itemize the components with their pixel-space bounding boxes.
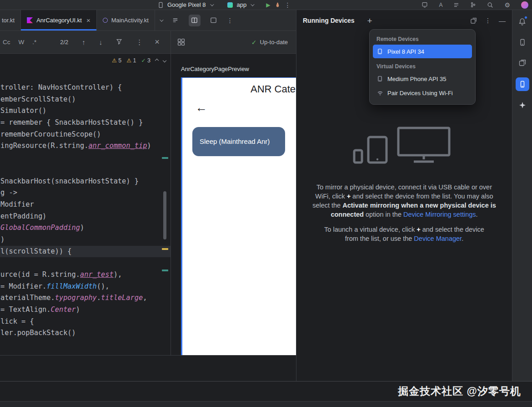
run-button[interactable]: ▶: [266, 2, 270, 8]
regex-toggle[interactable]: .*: [32, 39, 36, 46]
run-config-selector[interactable]: app: [237, 1, 247, 8]
vcs-branch-icon[interactable]: [470, 2, 476, 8]
preview-toolbar: ✓ Up-to-date: [171, 31, 296, 54]
stripe-mark[interactable]: [162, 248, 168, 250]
code-line[interactable]: rememberCoroutineScope(): [0, 129, 171, 141]
running-devices-tool-icon[interactable]: [516, 77, 529, 91]
sleep-anr-button[interactable]: Sleep (Mainthread Anr): [192, 127, 285, 156]
warning-group[interactable]: ⚠ 5: [112, 57, 121, 64]
debug-bug-icon[interactable]: [275, 2, 281, 8]
code-line[interactable]: = remember { SnackbarHostState() }: [0, 117, 171, 129]
back-arrow-icon[interactable]: ←: [196, 102, 207, 113]
stripe-mark[interactable]: [162, 270, 168, 271]
tab-mainactivity[interactable]: MainActivity.kt: [97, 10, 155, 31]
code-line[interactable]: Simulator(): [0, 105, 171, 117]
find-more-icon[interactable]: ⋮: [136, 39, 143, 46]
match-case-toggle[interactable]: Cc: [3, 39, 10, 46]
stripe-mark[interactable]: [162, 157, 168, 159]
tab-anrcategoryui[interactable]: AnrCategoryUI.kt ×: [21, 10, 96, 31]
status-strip: 掘金技术社区 @汐零号机: [0, 381, 532, 401]
code-line[interactable]: ): [0, 234, 171, 246]
device-manager-icon[interactable]: [516, 56, 529, 70]
code-line[interactable]: ingResource(R.string.anr_common_tip): [0, 140, 171, 152]
build-status: ✓ Up-to-date: [251, 39, 288, 46]
prev-match-icon[interactable]: ↑: [82, 38, 85, 46]
code-line[interactable]: g ->: [0, 187, 171, 199]
popup-section-header: Virtual Devices: [370, 59, 475, 71]
filter-icon[interactable]: [116, 38, 122, 46]
code-line[interactable]: ler.popBackStack(): [0, 327, 171, 339]
device-label: Pixel 8 API 34: [387, 48, 424, 55]
code-line[interactable]: emberScrollState(): [0, 94, 171, 106]
device-popup-item[interactable]: Pixel 8 API 34: [373, 45, 472, 58]
notifications-bell-icon[interactable]: [516, 15, 529, 28]
preview-grid-icon[interactable]: [177, 38, 185, 46]
close-tab-icon[interactable]: ×: [86, 16, 90, 24]
wifi-icon: [376, 90, 383, 96]
code-line[interactable]: Modifier: [0, 199, 171, 211]
code-line[interactable]: [0, 257, 171, 269]
next-match-icon[interactable]: ↓: [99, 38, 103, 46]
tab-list-chevron-icon[interactable]: [160, 18, 163, 21]
next-issue-icon[interactable]: [163, 59, 166, 62]
code-editor[interactable]: ⚠ 5 ⚠ 1 ✓ 3 troller: NavHostController) …: [0, 54, 171, 355]
bottom-bar: [0, 401, 532, 407]
help-link[interactable]: Device Mirroring settings: [403, 211, 476, 218]
code-line[interactable]: = TextAlign.Center): [0, 304, 171, 316]
close-find-icon[interactable]: ×: [155, 37, 160, 47]
passed-group[interactable]: ✓ 3: [141, 57, 151, 64]
help-link[interactable]: Device Manager: [414, 235, 462, 242]
hide-panel-icon[interactable]: —: [499, 17, 506, 25]
device-select-popup: Remote DevicesPixel 8 API 34Virtual Devi…: [369, 29, 476, 105]
task-list-icon[interactable]: [453, 2, 459, 8]
device-explorer-icon[interactable]: [516, 36, 529, 49]
kotlin-class-icon: [103, 18, 108, 23]
notification-dot: [524, 16, 527, 19]
code-line[interactable]: urce(id = R.string.anr_test),: [0, 269, 171, 281]
gemini-sparkle-icon[interactable]: [516, 98, 529, 112]
tab-bar-controls: ⋮: [160, 10, 238, 31]
chevron-down-icon[interactable]: [251, 2, 254, 6]
view-code-button[interactable]: [170, 15, 181, 26]
float-window-icon[interactable]: [470, 17, 477, 24]
device-selector[interactable]: Google Pixel 8: [167, 1, 206, 8]
more-actions-icon[interactable]: ⋮: [285, 2, 291, 8]
code-line[interactable]: = Modifier.fillMaxWidth(),: [0, 281, 171, 293]
profile-avatar[interactable]: [521, 1, 528, 9]
code-line[interactable]: lick = {: [0, 316, 171, 328]
prev-issue-icon[interactable]: [155, 59, 159, 62]
code-line[interactable]: GlobalCommonPadding): [0, 222, 171, 234]
view-design-button[interactable]: [208, 15, 220, 26]
run-toolbar: Google Pixel 8 app ▶ ⋮: [158, 0, 291, 10]
code-line[interactable]: [0, 164, 171, 176]
check-icon: ✓: [251, 39, 257, 46]
device-popup-item[interactable]: Pair Devices Using Wi-Fi: [373, 86, 472, 100]
editor-more-icon[interactable]: ⋮: [227, 17, 233, 24]
device-mirror-icon[interactable]: [422, 2, 428, 8]
settings-gear-icon[interactable]: ⚙: [504, 1, 510, 9]
tab-partial-file[interactable]: tor.kt: [0, 10, 21, 31]
preview-name[interactable]: AnrCategoryPagePreview: [181, 66, 249, 72]
code-area[interactable]: troller: NavHostController) {emberScroll…: [0, 82, 171, 339]
code-line[interactable]: aterialTheme.typography.titleLarge,: [0, 292, 171, 304]
phone-icon: [376, 76, 383, 82]
run-config-icon: [227, 2, 233, 8]
device-popup-item[interactable]: Medium Phone API 35: [373, 72, 472, 86]
view-split-button[interactable]: [189, 15, 201, 26]
words-toggle[interactable]: W: [19, 39, 25, 46]
code-line[interactable]: l(scrollState)) {: [0, 246, 171, 258]
add-device-button[interactable]: +: [367, 16, 372, 25]
chevron-down-icon[interactable]: [210, 2, 214, 6]
code-line[interactable]: [0, 152, 171, 164]
virtual-help-text: To launch a virtual device, click + and …: [318, 225, 491, 243]
editor-scrollbar[interactable]: [163, 191, 166, 239]
warning-count: 5: [118, 57, 121, 64]
code-line[interactable]: SnackbarHost(snackbarHostState) }: [0, 176, 171, 188]
code-line[interactable]: entPadding): [0, 211, 171, 223]
code-line[interactable]: troller: NavHostController) {: [0, 82, 171, 94]
warning-group[interactable]: ⚠ 1: [126, 57, 136, 64]
preview-canvas[interactable]: ANR Cate ← Sleep (Mainthread Anr): [181, 77, 296, 355]
search-icon[interactable]: [487, 2, 493, 8]
translate-icon[interactable]: A: [439, 2, 442, 8]
panel-options-icon[interactable]: ⋮: [485, 17, 491, 24]
